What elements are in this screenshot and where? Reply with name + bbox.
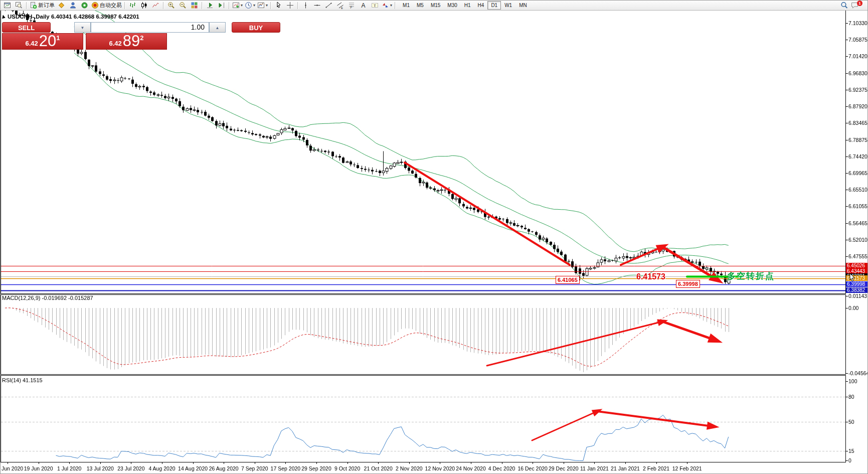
toolbar-separator xyxy=(163,2,164,9)
arrows-dropdown-caret[interactable]: ▾ xyxy=(390,4,392,8)
time-axis-label: 24 Nov 2020 xyxy=(456,465,486,471)
candlestick-chart-icon xyxy=(140,2,148,9)
autotrading-icon xyxy=(91,2,99,9)
vertical-line-button[interactable] xyxy=(300,1,311,10)
price-axis-label: 6.47555 xyxy=(848,253,867,259)
volume-decrease-button[interactable]: ▼ xyxy=(74,22,91,33)
new-chart-button[interactable] xyxy=(2,1,13,10)
fibonacci-button[interactable]: F xyxy=(346,1,358,10)
search-icon xyxy=(840,2,848,9)
volume-increase-button[interactable]: ▲ xyxy=(209,22,226,33)
arrows-button[interactable]: ▾ xyxy=(381,1,393,10)
trendline-button[interactable] xyxy=(323,1,334,10)
indicator-axis-label: 0 xyxy=(848,457,851,463)
indicators-dropdown-caret[interactable]: ▾ xyxy=(241,4,243,8)
price-axis-label: 6.78875 xyxy=(848,137,867,143)
new-order-button[interactable]: 新订单 xyxy=(29,1,56,10)
timeframe-w1[interactable]: W1 xyxy=(501,1,515,10)
one-click-trading-panel: SELL ▼ ▲ BUY 6.42 20 1 6.42 89 2 xyxy=(2,22,280,50)
templates-dropdown-caret[interactable]: ▾ xyxy=(266,4,268,8)
line-chart-button[interactable] xyxy=(150,1,161,10)
toolbar-separator xyxy=(229,2,230,9)
zoom-out-icon xyxy=(179,2,187,9)
timeframe-h1[interactable]: H1 xyxy=(461,1,474,10)
timeframe-m30[interactable]: M30 xyxy=(444,1,460,10)
indicator-axis-label: 0.00 xyxy=(848,305,858,311)
macd-indicator-label: MACD(12,26,9) -0.019692 -0.015287 xyxy=(2,295,93,301)
text-button[interactable]: A xyxy=(358,1,369,10)
indicators-icon xyxy=(232,2,240,9)
time-axis-label: 29 Sep 2020 xyxy=(301,465,331,471)
auto-scroll-icon xyxy=(206,2,214,9)
text-label-icon: T xyxy=(371,2,379,9)
sell-price-display[interactable]: 6.42 20 1 xyxy=(2,33,83,50)
toolbar: 新订单自动交易▾▾▾EFAT▾M1M5M15M30H1H4D1W1MN1 xyxy=(1,1,867,11)
time-axis-label: 7 Sep 2020 xyxy=(241,465,268,471)
time-axis-label: 21 Oct 2020 xyxy=(364,465,393,471)
timeframe-m15[interactable]: M15 xyxy=(427,1,444,10)
candlestick-chart-button[interactable] xyxy=(138,1,150,10)
periods-button[interactable]: ▾ xyxy=(244,1,256,10)
zoom-in-button[interactable] xyxy=(165,1,177,10)
market-watch-button[interactable] xyxy=(56,1,67,10)
bar-chart-button[interactable] xyxy=(127,1,138,10)
auto-scroll-button[interactable] xyxy=(204,1,216,10)
templates-button[interactable]: ▾ xyxy=(256,1,269,10)
buy-price-sup: 2 xyxy=(140,34,143,42)
data-window-button[interactable] xyxy=(67,1,79,10)
navigator-button[interactable] xyxy=(79,1,90,10)
chat-button[interactable]: 1 xyxy=(850,1,863,10)
periods-dropdown-caret[interactable]: ▾ xyxy=(253,4,255,8)
turning-point-label: 多空转折点 xyxy=(727,270,775,282)
swing-low-label-1: 6.41065 xyxy=(556,276,580,284)
indicators-button[interactable]: ▾ xyxy=(231,1,244,10)
sell-button[interactable]: SELL xyxy=(2,22,51,33)
timeframe-h4[interactable]: H4 xyxy=(474,1,488,10)
timeframe-d1[interactable]: D1 xyxy=(487,1,501,10)
time-axis-label: 4 Dec 2020 xyxy=(488,465,515,471)
new-chart-icon xyxy=(4,2,11,9)
time-axis-label: 14 Aug 2020 xyxy=(178,465,208,471)
buy-price-display[interactable]: 6.42 89 2 xyxy=(86,33,167,50)
text-label-button[interactable]: T xyxy=(369,1,381,10)
chart-area-canvas[interactable] xyxy=(1,10,868,474)
chart-shift-button[interactable] xyxy=(216,1,227,10)
buy-button[interactable]: BUY xyxy=(232,22,280,33)
timeframe-m1[interactable]: M1 xyxy=(399,1,413,10)
chart-profiles-icon xyxy=(15,2,23,9)
timeframe-mn[interactable]: MN xyxy=(515,1,531,10)
chart-profiles-button[interactable] xyxy=(13,1,25,10)
search-button[interactable] xyxy=(838,1,850,10)
price-axis-label: 6.52010 xyxy=(848,237,867,243)
toolbar-separator xyxy=(270,2,271,9)
horizontal-line-button[interactable] xyxy=(311,1,323,10)
cursor-button[interactable] xyxy=(273,1,284,10)
indicator-axis-label: 0.011431 xyxy=(848,293,868,299)
price-axis-label: 6.69965 xyxy=(848,170,867,176)
price-axis-label: 6.87920 xyxy=(848,103,867,109)
one-click-prices: 6.42 20 1 6.42 89 2 xyxy=(2,33,280,50)
autotrading-label: 自动交易 xyxy=(100,2,122,9)
timeframe-m5[interactable]: M5 xyxy=(413,1,427,10)
indicator-axis-label: 80 xyxy=(848,394,854,400)
volume-input[interactable] xyxy=(91,22,209,33)
zoom-out-button[interactable] xyxy=(177,1,189,10)
price-tag: 6.38382 xyxy=(846,287,868,293)
toolbar-separator xyxy=(124,2,125,9)
price-axis-label: 6.65510 xyxy=(848,187,867,193)
tile-windows-icon xyxy=(191,2,198,9)
svg-text:F: F xyxy=(351,6,353,9)
tile-windows-button[interactable] xyxy=(189,1,200,10)
rsi-indicator-label: RSI(14) 41.1515 xyxy=(2,377,43,383)
autotrading-button[interactable]: 自动交易 xyxy=(90,1,123,10)
chart-shift-icon xyxy=(218,2,225,9)
crosshair-button[interactable] xyxy=(284,1,296,10)
sell-price-big: 20 xyxy=(39,34,56,49)
new-order-icon xyxy=(30,2,37,9)
equidistant-channel-button[interactable]: E xyxy=(334,1,346,10)
market-watch-icon xyxy=(58,2,65,9)
time-axis-label: 23 Jul 2020 xyxy=(117,465,144,471)
text-icon: A xyxy=(360,2,367,9)
indicator-axis-label: -0.045644 xyxy=(848,370,868,376)
time-axis-label: 26 Aug 2020 xyxy=(209,465,239,471)
